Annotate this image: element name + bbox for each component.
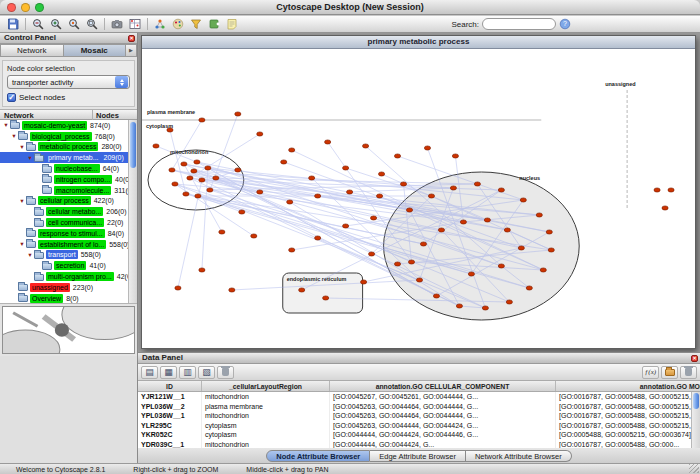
graph-node[interactable]: [229, 288, 235, 292]
zoom-fit-icon[interactable]: [83, 17, 101, 32]
close-window-button[interactable]: [7, 3, 16, 12]
tree-row[interactable]: unassigned223(0): [0, 282, 137, 293]
tab-mosaic[interactable]: Mosaic: [64, 44, 127, 57]
graph-node[interactable]: [289, 148, 295, 152]
network-overview-thumbnail[interactable]: [2, 306, 135, 354]
tree-row[interactable]: nucleobase...64(0): [0, 163, 137, 174]
graph-node[interactable]: [175, 286, 181, 290]
overview-icon[interactable]: [126, 17, 144, 32]
graph-node[interactable]: [662, 206, 668, 210]
expand-toggle-icon[interactable]: ▼: [10, 133, 18, 139]
expand-toggle-icon[interactable]: ▼: [26, 252, 34, 258]
graph-node[interactable]: [195, 194, 201, 198]
tree-row[interactable]: macromolecule...311(0): [0, 185, 137, 196]
zoom-window-button[interactable]: [35, 3, 44, 12]
graph-node[interactable]: [438, 228, 444, 232]
graph-node[interactable]: [428, 194, 434, 198]
select-nodes-checkbox[interactable]: ✓: [7, 93, 16, 102]
minimize-window-button[interactable]: [21, 3, 30, 12]
column-header[interactable]: _cellularLayoutRegion: [202, 381, 330, 391]
graph-node[interactable]: [482, 306, 488, 310]
help-icon[interactable]: ?: [556, 17, 574, 32]
save-icon[interactable]: [4, 17, 22, 32]
graph-node[interactable]: [536, 213, 542, 217]
graph-node[interactable]: [325, 140, 331, 144]
graph-node[interactable]: [416, 278, 422, 282]
expand-toggle-icon[interactable]: ▼: [2, 122, 10, 128]
graph-node[interactable]: [199, 268, 205, 272]
graph-node[interactable]: [323, 296, 329, 300]
zoom-out-icon[interactable]: [29, 17, 47, 32]
tree-row[interactable]: ▼establishment of lo...558(0): [0, 239, 137, 250]
graph-node[interactable]: [498, 264, 504, 268]
graph-node[interactable]: [460, 220, 466, 224]
table-scrollbar-thumb[interactable]: [693, 393, 699, 409]
graph-node[interactable]: [251, 234, 257, 238]
graph-node[interactable]: [424, 146, 430, 150]
network-window-titlebar[interactable]: primary metabolic process: [142, 36, 695, 49]
graph-node[interactable]: [235, 168, 241, 172]
graph-node[interactable]: [199, 178, 205, 182]
column-header[interactable]: ID: [138, 381, 202, 391]
table-row[interactable]: YPL036W__2plasma membrane[GO:0045263, GO…: [138, 402, 700, 412]
tree-scrollbar[interactable]: [128, 120, 137, 303]
table-row[interactable]: YKR052Ccytoplasm[GO:0044444, GO:0044424,…: [138, 430, 700, 440]
filter-icon[interactable]: [187, 17, 205, 32]
graph-node[interactable]: [199, 118, 205, 122]
graph-node[interactable]: [191, 169, 197, 173]
graph-node[interactable]: [668, 188, 674, 192]
graph-node[interactable]: [315, 194, 321, 198]
zoom-selected-icon[interactable]: [65, 17, 83, 32]
graph-node[interactable]: [370, 216, 376, 220]
tree-scrollbar-thumb[interactable]: [130, 122, 136, 168]
zoom-in-icon[interactable]: [47, 17, 65, 32]
tree-row[interactable]: ▼primary metab...209(0): [0, 152, 137, 163]
table-row[interactable]: YPL036W__1mitochondrion[GO:0045263, GO:0…: [138, 411, 700, 421]
tree-row[interactable]: ▼transport558(0): [0, 250, 137, 261]
graph-node[interactable]: [433, 294, 439, 298]
column-header[interactable]: annotation.GO MOLECULAR_FUNCTION: [556, 381, 700, 391]
graph-node[interactable]: [172, 182, 178, 186]
graph-node[interactable]: [452, 154, 458, 158]
tree-column-network[interactable]: Network: [4, 111, 34, 120]
graph-node[interactable]: [309, 176, 315, 180]
tab-network[interactable]: Network: [0, 44, 64, 57]
close-data-panel-icon[interactable]: ✕: [691, 355, 698, 362]
plugin-icon[interactable]: [205, 17, 223, 32]
tree-row[interactable]: response to stimul...84(0): [0, 228, 137, 239]
graph-node[interactable]: [376, 194, 382, 198]
graph-node[interactable]: [504, 228, 510, 232]
graph-node[interactable]: [343, 166, 349, 170]
graph-node[interactable]: [207, 188, 213, 192]
search-input[interactable]: [482, 18, 556, 30]
tab-network-attribute-browser[interactable]: Network Attribute Browser: [466, 450, 572, 462]
graph-node[interactable]: [654, 188, 660, 192]
create-attribute-icon[interactable]: ▦: [160, 366, 177, 379]
graph-node[interactable]: [394, 154, 400, 158]
tree-row[interactable]: cell communica...22(0): [0, 217, 137, 228]
graph-node[interactable]: [408, 260, 414, 264]
graph-node[interactable]: [289, 248, 295, 252]
network-icon[interactable]: [151, 17, 169, 32]
tab-edge-attribute-browser[interactable]: Edge Attribute Browser: [370, 450, 466, 462]
graph-node[interactable]: [518, 246, 524, 250]
graph-node[interactable]: [498, 188, 504, 192]
graph-node[interactable]: [420, 242, 426, 246]
tab-node-attribute-browser[interactable]: Node Attribute Browser: [266, 450, 370, 462]
graph-node[interactable]: [484, 218, 490, 222]
graph-node[interactable]: [187, 176, 193, 180]
vizmapper-icon[interactable]: [169, 17, 187, 32]
graph-node[interactable]: [506, 300, 512, 304]
graph-node[interactable]: [363, 144, 369, 148]
table-row[interactable]: YLR295Ccytoplasm[GO:0045263, GO:0044444,…: [138, 421, 700, 431]
graph-node[interactable]: [287, 200, 293, 204]
tree-row[interactable]: cellular metabo...206(0): [0, 206, 137, 217]
expand-toggle-icon[interactable]: ▼: [18, 144, 26, 150]
function-builder-icon[interactable]: ƒ(x): [642, 366, 659, 379]
graph-node[interactable]: [153, 144, 159, 148]
graph-node[interactable]: [347, 190, 353, 194]
graph-node[interactable]: [526, 286, 532, 290]
graph-node[interactable]: [456, 304, 462, 308]
graph-node[interactable]: [183, 192, 189, 196]
graph-node[interactable]: [400, 182, 406, 186]
